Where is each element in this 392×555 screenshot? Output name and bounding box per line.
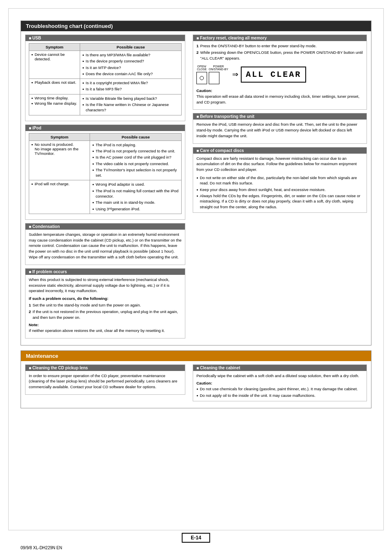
problem-step-2: 2 If the unit is not restored in the pre…	[29, 309, 182, 320]
usb-content: Symptom Possible cause ●	[25, 41, 185, 121]
ipod-section: iPod Symptom Possible cause	[25, 124, 185, 220]
open-close-button	[196, 72, 207, 84]
problem-steps-list: 1 Set the unit to the stand-by mode and …	[29, 302, 182, 320]
ipod-symptom-1: ● No sound is produced.No image appears …	[29, 140, 90, 180]
care-bullet-1: Do not write on either side of the disc,…	[196, 175, 363, 186]
cleaning-lens-body: In order to ensure proper operation of t…	[29, 373, 182, 390]
care-discs-content: Compact discs are fairly resistant to da…	[193, 154, 367, 212]
table-row: ● Playback does not start. Is it a copyr…	[29, 79, 182, 94]
condensation-content: Sudden temperature changes, storage or o…	[25, 230, 185, 265]
left-column: USB Symptom Possible cause	[25, 35, 185, 342]
maintenance-title: Maintenance	[21, 351, 371, 361]
cabinet-caution-label: Caution:	[196, 381, 363, 385]
page: Troubleshooting chart (continued) USB	[0, 0, 392, 555]
cleaning-cabinet-content: Periodically wipe the cabinet with a sof…	[193, 371, 367, 401]
before-transporting-title: Before transporting the unit	[193, 113, 367, 120]
cleaning-lens-section: Cleaning the CD pickup lens In order to …	[25, 364, 185, 395]
condensation-section: Condensation Sudden temperature changes,…	[25, 223, 185, 265]
usb-col-symptom: Symptom	[29, 44, 80, 51]
maintenance-content: Cleaning the CD pickup lens In order to …	[21, 361, 371, 408]
table-row: ● Device cannot be detected. Is there an…	[29, 51, 182, 79]
condensation-title: Condensation	[25, 223, 185, 230]
note-label: Note:	[29, 322, 182, 327]
factory-caution-text: This operation will erase all data store…	[196, 94, 363, 105]
troubleshooting-content: USB Symptom Possible cause	[21, 31, 371, 345]
ipod-title: iPod	[25, 125, 185, 131]
problem-occurs-content: When this product is subjected to strong…	[25, 275, 185, 338]
cabinet-caution-bullets: Do not use chemicals for cleaning (gasol…	[196, 386, 363, 398]
troubleshooting-title: Troubleshooting chart (continued)	[21, 21, 371, 31]
usb-col-cause: Possible cause	[80, 44, 182, 51]
all-clear-text: ALL CLEAR	[246, 70, 301, 79]
ipod-content: Symptom Possible cause ●	[25, 131, 185, 219]
table-row: ● No sound is produced.No image appears …	[29, 140, 182, 180]
right-column: Factory reset, clearing all memory 1 Pre…	[193, 35, 367, 342]
footer: 09/9/8 XL-DH229N EN	[21, 546, 62, 550]
power-button	[209, 72, 219, 84]
open-close-label: OPEN/CLOSE	[197, 65, 207, 71]
table-row: ● Wrong time display. ● Wrong file name …	[29, 94, 182, 115]
ipod-col-symptom: Symptom	[29, 133, 90, 140]
cleaning-cabinet-section: Cleaning the cabinet Periodically wipe t…	[193, 364, 367, 401]
page-number: E-14	[182, 533, 210, 543]
cleaning-cabinet-body: Periodically wipe the cabinet with a sof…	[196, 373, 363, 379]
usb-title: USB	[25, 35, 185, 41]
cleaning-cabinet-title: Cleaning the cabinet	[193, 365, 367, 371]
before-transporting-body: Remove the iPod, USB memory device and d…	[196, 122, 363, 138]
usb-section: USB Symptom Possible cause	[25, 35, 185, 121]
usb-symptom-3: ● Wrong time display. ● Wrong file name …	[29, 94, 80, 115]
problem-occurs-title: If problem occurs	[25, 269, 185, 275]
cabinet-caution-1: Do not use chemicals for cleaning (gasol…	[196, 386, 363, 391]
ipod-causes-1: The iPod is not playing. The iPod is not…	[90, 140, 182, 180]
open-close-btn-group: OPEN/CLOSE	[196, 65, 207, 84]
maint-left-col: Cleaning the CD pickup lens In order to …	[25, 364, 185, 405]
problem-sub-title: If such a problem occurs, do the followi…	[29, 296, 182, 301]
note-text: If neither operation above restores the …	[29, 328, 182, 334]
open-close-button-icon	[200, 76, 204, 80]
usb-causes-3: Is Variable Bitrate file being played ba…	[80, 94, 182, 115]
power-labels: POWERON/STAND-BY	[209, 65, 228, 71]
cleaning-lens-title: Cleaning the CD pickup lens	[25, 365, 185, 371]
maint-right-col: Cleaning the cabinet Periodically wipe t…	[193, 364, 367, 405]
cabinet-caution-2: Do not apply oil to the inside of the un…	[196, 393, 363, 398]
maintenance-section: Maintenance Cleaning the CD pickup lens …	[21, 350, 371, 408]
problem-occurs-section: If problem occurs When this product is s…	[25, 268, 185, 339]
care-bullet-2: Keep your discs away from direct sunligh…	[196, 187, 363, 192]
care-discs-intro: Compact discs are fairly resistant to da…	[196, 156, 363, 173]
condensation-body: Sudden temperature changes, storage or o…	[29, 232, 182, 260]
usb-table: Symptom Possible cause ●	[29, 43, 182, 115]
factory-step-2: 2 While pressing down the OPEN/CLOSE but…	[196, 50, 363, 61]
factory-reset-title: Factory reset, clearing all memory	[193, 35, 367, 41]
maintenance-two-col: Cleaning the CD pickup lens In order to …	[25, 364, 367, 405]
problem-occurs-body: When this product is subjected to strong…	[29, 277, 182, 294]
ipod-causes-2: Wrong iPod adaptor is used. The iPod is …	[90, 180, 182, 214]
care-discs-section: Care of compact discs Compact discs are …	[193, 147, 367, 213]
all-clear-display: ALL CLEAR	[241, 67, 306, 83]
button-group-center: POWERON/STAND-BY	[209, 65, 228, 84]
factory-step-1: 1 Press the ON/STAND-BY button to enter …	[196, 43, 363, 48]
factory-reset-steps: 1 Press the ON/STAND-BY button to enter …	[196, 43, 363, 61]
factory-reset-content: 1 Press the ON/STAND-BY button to enter …	[193, 41, 367, 109]
care-bullet-3: Always hold the CDs by the edges. Finger…	[196, 193, 363, 210]
arrow-icon: ⇒	[232, 70, 238, 79]
before-transporting-content: Remove the iPod, USB memory device and d…	[193, 120, 367, 143]
two-column-layout: USB Symptom Possible cause	[25, 35, 367, 342]
ipod-col-cause: Possible cause	[90, 133, 182, 140]
cleaning-lens-content: In order to ensure proper operation of t…	[25, 371, 185, 394]
usb-symptom-2: ● Playback does not start.	[29, 79, 80, 94]
problem-step-1: 1 Set the unit to the stand-by mode and …	[29, 302, 182, 308]
usb-symptom-1: ● Device cannot be detected.	[29, 51, 80, 79]
factory-caution-label: Caution:	[196, 88, 363, 93]
care-discs-title: Care of compact discs	[193, 147, 367, 154]
ipod-symptom-2: ● iPod will not charge.	[29, 180, 90, 214]
ipod-table: Symptom Possible cause ●	[29, 133, 182, 214]
display-graphic: OPEN/CLOSE POWERON/STAND-BY	[196, 63, 363, 86]
troubleshooting-section: Troubleshooting chart (continued) USB	[21, 21, 371, 345]
usb-causes-2: Is it a copyright protected WMA file? Is…	[80, 79, 182, 94]
table-row: ● iPod will not charge. Wrong iPod adapt…	[29, 180, 182, 214]
care-discs-bullets: Do not write on either side of the disc,…	[196, 175, 363, 210]
usb-causes-1: Is there any MP3/WMA file available? Is …	[80, 51, 182, 79]
before-transporting-section: Before transporting the unit Remove the …	[193, 113, 367, 143]
factory-reset-section: Factory reset, clearing all memory 1 Pre…	[193, 35, 367, 110]
